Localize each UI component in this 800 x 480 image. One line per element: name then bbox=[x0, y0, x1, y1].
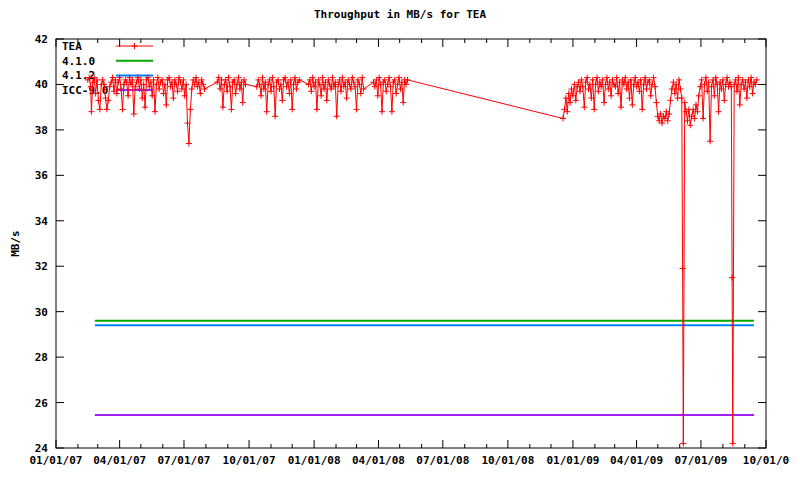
x-tick-label: 10/01/07 bbox=[223, 454, 276, 467]
x-tick-label: 07/01/09 bbox=[674, 454, 727, 467]
y-tick-label: 42 bbox=[35, 33, 48, 46]
y-tick-label: 26 bbox=[35, 397, 49, 410]
x-tick-label: 10/01/08 bbox=[481, 454, 534, 467]
plot-border bbox=[56, 39, 766, 448]
y-tick-label: 32 bbox=[35, 260, 48, 273]
y-tick-label: 36 bbox=[35, 169, 49, 182]
legend-label-4.1.0: 4.1.0 bbox=[62, 55, 95, 68]
y-tick-label: 34 bbox=[35, 215, 49, 228]
x-tick-label: 10/01/0 bbox=[743, 454, 789, 467]
legend-marker-TEA bbox=[132, 43, 138, 49]
x-tick-label: 07/01/07 bbox=[158, 454, 211, 467]
x-tick-label: 01/01/07 bbox=[30, 454, 83, 467]
y-tick-label: 40 bbox=[35, 78, 48, 91]
y-tick-label: 30 bbox=[35, 306, 48, 319]
x-tick-label: 04/01/09 bbox=[610, 454, 663, 467]
tea-series-line bbox=[88, 78, 757, 444]
throughput-chart: Throughput in MB/s for TEA MB/s 24262830… bbox=[0, 0, 800, 480]
x-tick-label: 04/01/07 bbox=[93, 454, 146, 467]
x-tick-label: 01/01/09 bbox=[546, 454, 599, 467]
y-tick-label: 38 bbox=[35, 124, 48, 137]
legend-label-TEA: TEA bbox=[62, 40, 82, 53]
plot-area: 2426283032343638404201/01/0704/01/0707/0… bbox=[0, 0, 800, 480]
y-tick-label: 28 bbox=[35, 351, 48, 364]
x-tick-label: 07/01/08 bbox=[416, 454, 469, 467]
x-tick-label: 04/01/08 bbox=[352, 454, 405, 467]
tea-series-markers bbox=[85, 75, 760, 447]
x-tick-label: 01/01/08 bbox=[288, 454, 341, 467]
